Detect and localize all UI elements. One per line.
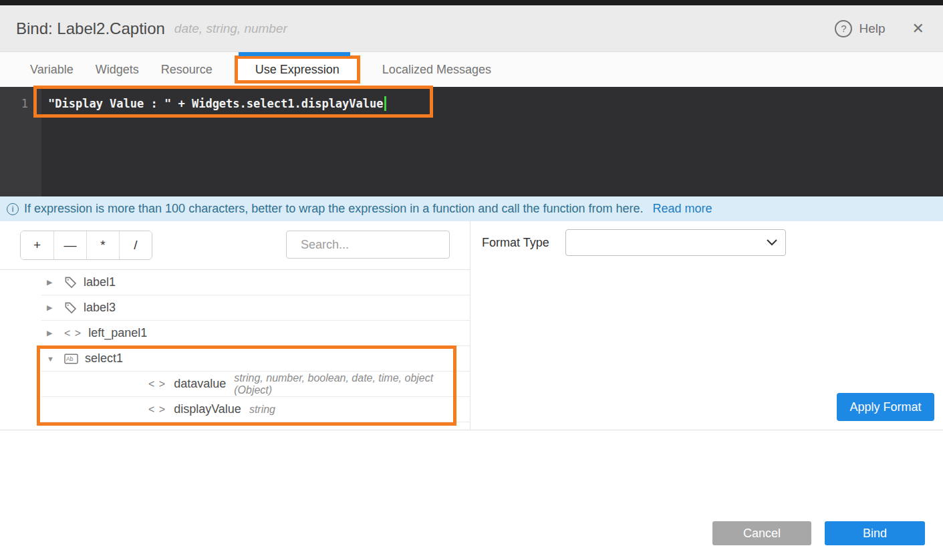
bind-dialog: Bind: Label2.Caption date, string, numbe… (0, 0, 943, 560)
line-number: 1 (0, 97, 41, 110)
tree-item-label[interactable]: label3 (84, 301, 116, 315)
format-type-label: Format Type (482, 236, 549, 250)
code-icon: < > (64, 327, 82, 339)
tree-row-displayvalue[interactable]: < > displayValue string (41, 397, 470, 422)
cancel-button[interactable]: Cancel (712, 521, 811, 545)
format-type-select-wrap (565, 229, 786, 256)
editor-line-1[interactable]: 1 "Display Value : " + Widgets.select1.d… (0, 87, 943, 118)
search-input[interactable] (301, 238, 456, 252)
format-panel: Format Type Apply Format (470, 221, 943, 430)
main-area: + — * / ▶ (0, 221, 943, 430)
type-hint: string, number, boolean, date, time, obj… (234, 372, 470, 396)
expand-arrow-icon[interactable]: ▶ (47, 329, 56, 337)
tree-row-select1[interactable]: ▼ Ab select1 (41, 346, 470, 372)
multiply-operator-button[interactable]: * (86, 231, 119, 259)
plus-operator-button[interactable]: + (21, 231, 53, 259)
tree-row-label3[interactable]: ▶ label3 (41, 295, 470, 321)
tab-variable[interactable]: Variable (30, 63, 74, 77)
tab-use-expression[interactable]: Use Expression (235, 55, 360, 84)
tree-row-label1[interactable]: ▶ label1 (41, 270, 470, 295)
tree-item-label[interactable]: datavalue (174, 377, 226, 391)
svg-text:Ab: Ab (66, 356, 74, 362)
tab-resource[interactable]: Resource (161, 63, 213, 77)
tree-row-datavalue[interactable]: < > datavalue string, number, boolean, d… (41, 372, 470, 397)
search-box[interactable] (286, 231, 450, 259)
tree-toolbar: + — * / (0, 221, 470, 270)
tree-item-label[interactable]: left_panel1 (88, 326, 147, 340)
help-label[interactable]: Help (859, 21, 885, 36)
help-icon[interactable]: ? (835, 20, 852, 37)
format-type-select[interactable] (565, 229, 786, 256)
apply-format-button[interactable]: Apply Format (837, 393, 934, 421)
expand-arrow-icon[interactable]: ▶ (47, 278, 56, 287)
collapse-arrow-icon[interactable]: ▼ (47, 355, 56, 363)
widget-tree: ▶ label1 ▶ label3 (0, 270, 470, 422)
expand-arrow-icon[interactable]: ▶ (47, 303, 56, 312)
widget-tree-panel: + — * / ▶ (0, 221, 470, 430)
dialog-titlebar: Bind: Label2.Caption date, string, numbe… (0, 5, 943, 52)
minus-operator-button[interactable]: — (53, 231, 86, 259)
tree-row-left-panel1[interactable]: ▶ < > left_panel1 (41, 321, 470, 346)
expression-code[interactable]: "Display Value : " + Widgets.select1.dis… (41, 97, 384, 110)
divide-operator-button[interactable]: / (119, 231, 152, 259)
tree-item-label[interactable]: displayValue (174, 402, 241, 416)
expression-editor[interactable]: 1 "Display Value : " + Widgets.select1.d… (0, 87, 943, 196)
tab-localized-messages[interactable]: Localized Messages (382, 63, 491, 77)
tree-item-label[interactable]: label1 (84, 275, 116, 289)
tab-use-expression-label: Use Expression (255, 63, 340, 77)
operator-button-group: + — * / (20, 231, 152, 260)
tree-item-label[interactable]: select1 (85, 352, 123, 366)
dialog-subtitle-types: date, string, number (174, 21, 287, 36)
tab-widgets[interactable]: Widgets (96, 63, 139, 77)
property-icon: < > (148, 378, 166, 390)
text-cursor (384, 96, 386, 111)
active-tab-indicator (239, 52, 350, 56)
dialog-title: Bind: Label2.Caption (16, 19, 165, 38)
close-icon[interactable]: ✕ (912, 20, 924, 37)
info-message: If expression is more than 100 character… (24, 202, 644, 216)
tag-icon (64, 276, 77, 289)
info-icon: i (7, 203, 19, 215)
read-more-link[interactable]: Read more (653, 202, 712, 216)
property-icon: < > (148, 404, 166, 416)
bind-button[interactable]: Bind (825, 521, 925, 545)
help-button[interactable]: ? Help (835, 20, 885, 37)
background-app-strip (0, 0, 943, 5)
info-bar: i If expression is more than 100 charact… (0, 196, 943, 221)
type-hint: string (249, 404, 275, 416)
tag-icon (64, 301, 77, 314)
tab-bar: Variable Widgets Resource Use Expression… (0, 52, 943, 87)
select-widget-icon: Ab (64, 354, 78, 364)
dialog-footer: Cancel Bind (0, 430, 943, 560)
